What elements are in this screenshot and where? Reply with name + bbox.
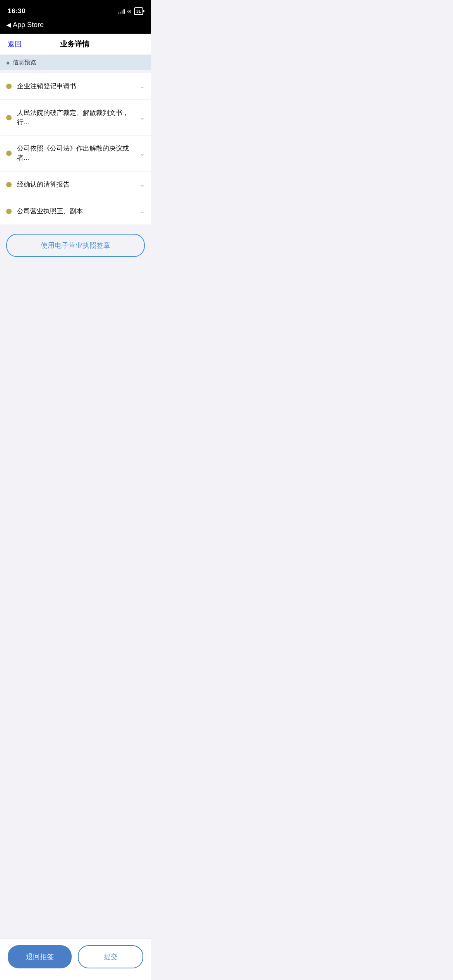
- page-title: 业务详情: [60, 39, 89, 49]
- item-dot-icon: [6, 209, 12, 214]
- document-list: 企业注销登记申请书 ⌄ 人民法院的破产裁定、解散裁判文书，行... ⌄ 公司依照…: [0, 73, 151, 224]
- item-label: 公司营业执照正、副本: [17, 207, 134, 216]
- item-label: 公司依照《公司法》作出解散的决议或者...: [17, 144, 134, 163]
- chevron-down-icon: ⌄: [140, 150, 145, 157]
- appstore-nav[interactable]: ◀ App Store: [0, 19, 151, 34]
- signal-icon: [118, 9, 125, 14]
- item-dot-icon: [6, 84, 12, 89]
- battery-icon: 31: [134, 7, 143, 15]
- status-time: 16:30: [8, 7, 26, 15]
- section-header: ◆ 信息预览: [0, 55, 151, 70]
- chevron-down-icon: ⌄: [140, 181, 145, 188]
- wifi-icon: ⊛: [127, 8, 132, 14]
- list-item[interactable]: 企业注销登记申请书 ⌄: [0, 73, 151, 100]
- list-item[interactable]: 公司营业执照正、副本 ⌄: [0, 198, 151, 224]
- nav-bar: 返回 业务详情: [0, 34, 151, 55]
- appstore-label: App Store: [13, 21, 44, 29]
- back-arrow-icon: ◀: [6, 21, 11, 29]
- list-item[interactable]: 经确认的清算报告 ⌄: [0, 171, 151, 198]
- back-button[interactable]: 返回: [8, 39, 22, 49]
- status-bar: 16:30 ⊛ 31: [0, 0, 151, 19]
- item-dot-icon: [6, 182, 12, 187]
- sign-button[interactable]: 使用电子营业执照签章: [6, 234, 145, 257]
- bottom-spacer: [0, 263, 151, 348]
- status-icons: ⊛ 31: [118, 7, 143, 15]
- list-item[interactable]: 公司依照《公司法》作出解散的决议或者... ⌄: [0, 135, 151, 171]
- action-area: 使用电子营业执照签章: [0, 224, 151, 263]
- item-dot-icon: [6, 115, 12, 120]
- item-label: 经确认的清算报告: [17, 180, 134, 189]
- item-dot-icon: [6, 151, 12, 156]
- list-item[interactable]: 人民法院的破产裁定、解散裁判文书，行... ⌄: [0, 100, 151, 136]
- item-label: 人民法院的破产裁定、解散裁判文书，行...: [17, 108, 134, 127]
- chevron-down-icon: ⌄: [140, 207, 145, 215]
- chevron-down-icon: ⌄: [140, 114, 145, 121]
- battery-level: 31: [136, 9, 141, 14]
- chevron-down-icon: ⌄: [140, 82, 145, 90]
- section-title: 信息预览: [13, 59, 36, 66]
- diamond-icon: ◆: [6, 60, 10, 65]
- item-label: 企业注销登记申请书: [17, 82, 134, 91]
